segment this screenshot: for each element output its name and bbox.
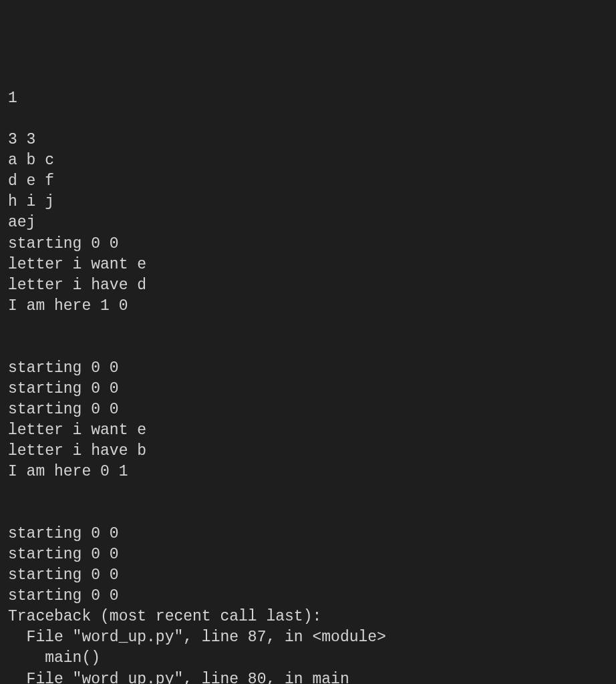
terminal-line: File "word_up.py", line 87, in <module> [8,627,608,648]
terminal-line: starting 0 0 [8,586,608,607]
terminal-line: I am here 0 1 [8,462,608,482]
terminal-line [8,337,608,358]
terminal-line: main() [8,648,608,669]
terminal-line [8,109,608,130]
terminal-line: starting 0 0 [8,565,608,586]
terminal-line: File "word_up.py", line 80, in main [8,669,608,685]
terminal-line: letter i want e [8,254,608,275]
terminal-line: letter i have b [8,441,608,462]
terminal-line [8,503,608,524]
terminal-line: letter i have d [8,275,608,296]
terminal-line: aej [8,212,608,233]
terminal-line: I am here 1 0 [8,296,608,317]
terminal-line: h i j [8,192,608,212]
terminal-line: starting 0 0 [8,379,608,399]
terminal-line: 1 [8,88,608,109]
terminal-line [8,317,608,337]
terminal-line: starting 0 0 [8,399,608,420]
terminal-line: Traceback (most recent call last): [8,607,608,627]
terminal-line: d e f [8,171,608,192]
terminal-line: 3 3 [8,130,608,150]
terminal-line: starting 0 0 [8,544,608,565]
terminal-line [8,482,608,503]
terminal-line: starting 0 0 [8,358,608,379]
terminal-line: starting 0 0 [8,524,608,544]
terminal-output[interactable]: 1 3 3a b cd e fh i jaejstarting 0 0lette… [8,88,608,684]
terminal-line: starting 0 0 [8,234,608,254]
terminal-line: letter i want e [8,420,608,441]
terminal-line: a b c [8,150,608,171]
